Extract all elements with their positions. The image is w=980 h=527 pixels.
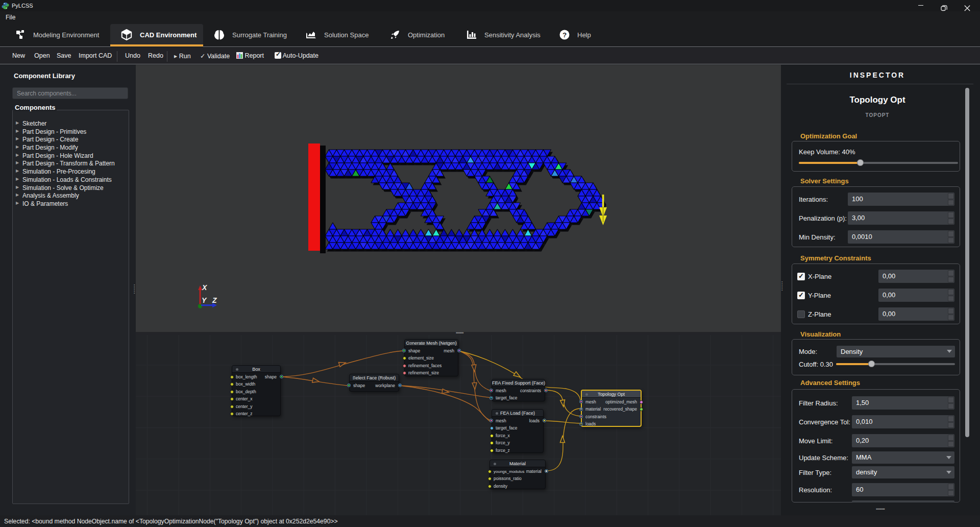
svg-text:Z: Z — [212, 296, 217, 304]
svg-text:Y: Y — [202, 296, 207, 304]
svg-text:?: ? — [562, 31, 567, 39]
svg-text:X: X — [202, 283, 208, 292]
